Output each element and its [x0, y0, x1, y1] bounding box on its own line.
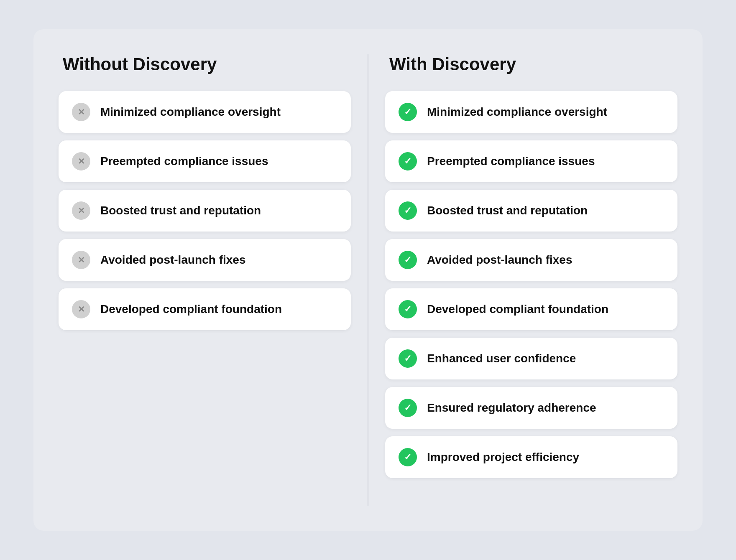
item-label: Minimized compliance oversight [100, 105, 281, 119]
check-icon [399, 448, 417, 466]
list-item: Preempted compliance issues [385, 140, 677, 182]
item-label: Avoided post-launch fixes [100, 253, 245, 267]
x-icon [72, 300, 90, 318]
main-container: Without Discovery Minimized compliance o… [33, 29, 703, 531]
list-item: Enhanced user confidence [385, 338, 677, 379]
list-item: Minimized compliance oversight [59, 91, 351, 133]
list-item: Ensured regulatory adherence [385, 387, 677, 429]
item-label: Developed compliant foundation [100, 303, 282, 316]
item-label: Avoided post-launch fixes [427, 253, 572, 267]
column-divider [368, 54, 368, 506]
check-icon [399, 399, 417, 417]
x-icon [72, 152, 90, 171]
check-icon [399, 349, 417, 368]
check-icon [399, 103, 417, 121]
item-label: Ensured regulatory adherence [427, 401, 596, 415]
list-item: Minimized compliance oversight [385, 91, 677, 133]
check-icon [399, 201, 417, 220]
item-label: Boosted trust and reputation [100, 204, 261, 217]
check-icon [399, 251, 417, 269]
item-label: Improved project efficiency [427, 451, 579, 464]
list-item: Preempted compliance issues [59, 140, 351, 182]
item-label: Preempted compliance issues [100, 155, 268, 168]
check-icon [399, 300, 417, 318]
list-item: Boosted trust and reputation [59, 190, 351, 232]
list-item: Developed compliant foundation [385, 288, 677, 330]
item-label: Developed compliant foundation [427, 303, 608, 316]
list-item: Boosted trust and reputation [385, 190, 677, 232]
without-discovery-column: Without Discovery Minimized compliance o… [59, 54, 351, 506]
without-discovery-title: Without Discovery [59, 54, 351, 74]
list-item: Improved project efficiency [385, 436, 677, 478]
with-discovery-title: With Discovery [385, 54, 677, 74]
with-discovery-list: Minimized compliance oversightPreempted … [385, 91, 677, 478]
with-discovery-column: With Discovery Minimized compliance over… [385, 54, 677, 506]
item-label: Preempted compliance issues [427, 155, 595, 168]
list-item: Avoided post-launch fixes [59, 239, 351, 281]
list-item: Developed compliant foundation [59, 288, 351, 330]
item-label: Boosted trust and reputation [427, 204, 588, 217]
x-icon [72, 201, 90, 220]
check-icon [399, 152, 417, 171]
x-icon [72, 103, 90, 121]
item-label: Minimized compliance oversight [427, 105, 607, 119]
item-label: Enhanced user confidence [427, 352, 576, 365]
without-discovery-list: Minimized compliance oversightPreempted … [59, 91, 351, 330]
x-icon [72, 251, 90, 269]
list-item: Avoided post-launch fixes [385, 239, 677, 281]
